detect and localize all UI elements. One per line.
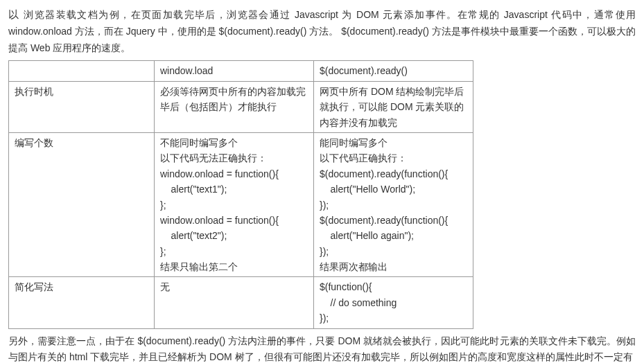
- row-label-timing: 执行时机: [9, 81, 155, 132]
- table-row: 简化写法 无 $(function(){ // do something});: [9, 277, 473, 328]
- table-row: 编写个数 不能同时编写多个以下代码无法正确执行：window.onload = …: [9, 132, 473, 277]
- table-row: window.load $(document).ready(): [9, 61, 473, 81]
- cell-count-c2: 能同时编写多个以下代码正确执行：$(document).ready(functi…: [314, 132, 473, 277]
- cell-count-c1: 不能同时编写多个以下代码无法正确执行：window.onload = funct…: [155, 132, 314, 277]
- code-line: 结果只输出第二个: [160, 259, 308, 274]
- code-line: 不能同时编写多个: [160, 135, 308, 150]
- header-cell-empty: [9, 61, 155, 81]
- code-line: // do something: [320, 295, 467, 310]
- row-label-count: 编写个数: [9, 132, 155, 277]
- row-label-short: 简化写法: [9, 277, 155, 328]
- cell-timing-c1: 必须等待网页中所有的内容加载完毕后（包括图片）才能执行: [155, 81, 314, 132]
- code-line: $(document).ready(function(){: [320, 166, 467, 182]
- code-line: });: [320, 244, 467, 259]
- intro-text: 浏览器装载文档为例，在页面加载完毕后，浏览器会通过 Javascript 为 D…: [8, 9, 636, 53]
- code-line: alert("text1");: [160, 182, 308, 197]
- code-line: $(document).ready(function(){: [320, 213, 467, 228]
- code-line: };: [160, 244, 308, 259]
- code-line: $(function(){: [320, 279, 467, 294]
- cell-short-c1: 无: [155, 277, 314, 328]
- code-line: 结果两次都输出: [320, 259, 467, 274]
- code-line: alert("Hello again");: [320, 228, 467, 243]
- footer-paragraph: 另外，需要注意一点，由于在 $(document).ready() 方法内注册的…: [8, 333, 636, 363]
- code-line: });: [320, 310, 467, 326]
- code-line: alert("text2");: [160, 228, 308, 243]
- code-line: alert("Hello World");: [320, 182, 467, 197]
- code-line: 能同时编写多个: [320, 135, 467, 150]
- code-line: });: [320, 197, 467, 213]
- table-row: 执行时机 必须等待网页中所有的内容加载完毕后（包括图片）才能执行 网页中所有 D…: [9, 81, 473, 132]
- code-line: 以下代码正确执行：: [320, 150, 467, 166]
- header-cell-documentready: $(document).ready(): [314, 61, 473, 81]
- code-line: window.onload = function(){: [160, 166, 308, 182]
- cell-short-c2: $(function(){ // do something});: [314, 277, 473, 328]
- comparison-table: window.load $(document).ready() 执行时机 必须等…: [8, 60, 473, 328]
- code-line: };: [160, 197, 308, 213]
- header-cell-windowload: window.load: [155, 61, 314, 81]
- cell-timing-c2: 网页中所有 DOM 结构绘制完毕后就执行，可以能 DOM 元素关联的内容并没有加…: [314, 81, 473, 132]
- code-line: window.onload = function(){: [160, 213, 308, 228]
- drop-cap: 以: [8, 8, 19, 20]
- code-line: 以下代码无法正确执行：: [160, 150, 308, 166]
- intro-paragraph: 以浏览器装载文档为例，在页面加载完毕后，浏览器会通过 Javascript 为 …: [8, 6, 636, 56]
